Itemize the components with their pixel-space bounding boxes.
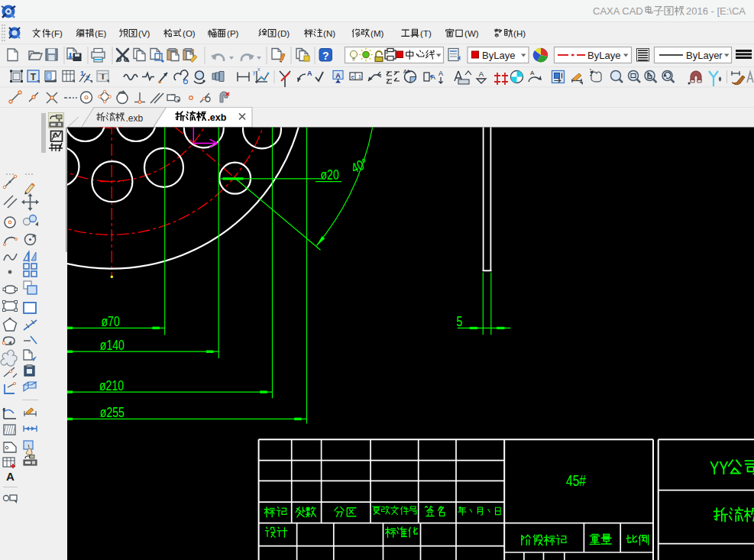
svg-text:(F): (F) [51,29,63,38]
svg-text:ø140: ø140 [100,337,125,352]
svg-text:ø210: ø210 [99,377,124,393]
svg-text:ø70: ø70 [102,313,120,329]
svg-text:ByLayer: ByLayer [686,50,723,61]
svg-text:.1: .1 [357,74,361,79]
svg-text:(M): (M) [371,29,383,38]
svg-text:45#: 45# [566,472,586,489]
svg-text:(P): (P) [227,29,239,38]
svg-text:?: ? [322,50,329,62]
svg-text:YY: YY [710,458,729,477]
svg-text:5: 5 [457,313,463,329]
svg-text:x: x [257,66,261,72]
svg-text:A: A [6,470,15,483]
svg-text:(D): (D) [277,29,290,38]
svg-text:e: e [351,73,354,80]
svg-text:A: A [530,70,535,76]
svg-text:y: y [253,70,256,76]
svg-text:(V): (V) [138,29,150,38]
svg-text:A: A [335,72,341,79]
svg-text:A: A [403,69,407,74]
svg-text:(N): (N) [323,29,335,38]
svg-text:T: T [100,72,105,81]
svg-text:(W): (W) [464,29,479,38]
svg-text:.exb: .exb [207,112,226,123]
svg-text:.exb: .exb [126,113,144,124]
svg-text:(H): (H) [513,29,526,38]
svg-text:(T): (T) [420,29,432,38]
svg-text:ByLaye: ByLaye [482,50,515,61]
svg-text:A: A [479,70,484,78]
svg-text:A: A [307,70,312,77]
svg-text:ø20: ø20 [321,167,339,182]
svg-text:CAXA CAD: CAXA CAD [593,5,643,17]
svg-text:ByLaye: ByLaye [587,50,620,61]
svg-text:A: A [438,70,443,77]
svg-text:(O): (O) [183,29,196,38]
svg-text:(E): (E) [95,29,107,38]
svg-text:2016 - [E:\CA: 2016 - [E:\CA [686,5,746,17]
svg-text:T: T [31,72,37,83]
svg-text:ø255: ø255 [100,404,125,419]
